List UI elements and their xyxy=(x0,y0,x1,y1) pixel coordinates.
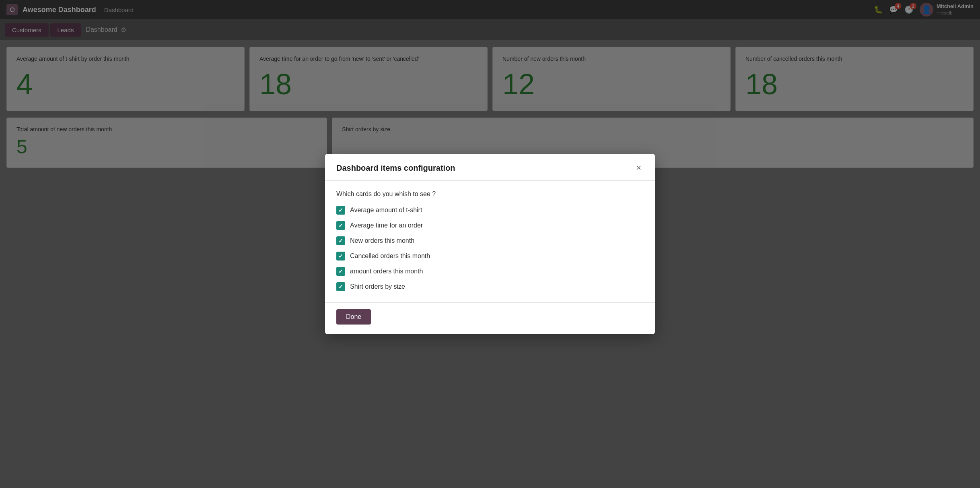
checkbox-avg-tshirt-label: Average amount of t-shirt xyxy=(350,207,422,214)
checkbox-amount-orders-box: ✓ xyxy=(336,267,345,276)
checkbox-shirt-orders-label: Shirt orders by size xyxy=(350,283,405,290)
checkbox-shirt-orders[interactable]: ✓ Shirt orders by size xyxy=(336,282,644,291)
checkmark-icon: ✓ xyxy=(338,268,343,275)
modal-question: Which cards do you whish to see ? xyxy=(336,190,644,198)
checkbox-amount-orders-label: amount orders this month xyxy=(350,268,423,275)
checkbox-amount-orders[interactable]: ✓ amount orders this month xyxy=(336,267,644,276)
checkmark-icon: ✓ xyxy=(338,207,343,213)
modal-body: Which cards do you whish to see ? ✓ Aver… xyxy=(325,181,655,302)
close-button[interactable]: × xyxy=(634,162,644,174)
modal-title: Dashboard items configuration xyxy=(336,163,455,173)
checkmark-icon: ✓ xyxy=(338,283,343,290)
checkbox-avg-tshirt[interactable]: ✓ Average amount of t-shirt xyxy=(336,206,644,215)
checkbox-avg-tshirt-box: ✓ xyxy=(336,206,345,215)
checkbox-avg-time-box: ✓ xyxy=(336,221,345,230)
checkmark-icon: ✓ xyxy=(338,222,343,229)
checkbox-cancelled-orders[interactable]: ✓ Cancelled orders this month xyxy=(336,252,644,261)
checkbox-cancelled-orders-label: Cancelled orders this month xyxy=(350,252,430,260)
checkbox-list: ✓ Average amount of t-shirt ✓ Average ti… xyxy=(336,206,644,291)
checkbox-avg-time-label: Average time for an order xyxy=(350,222,423,229)
checkmark-icon: ✓ xyxy=(338,253,343,259)
modal-overlay[interactable]: Dashboard items configuration × Which ca… xyxy=(0,0,980,488)
checkbox-new-orders-box: ✓ xyxy=(336,236,345,245)
checkbox-cancelled-orders-box: ✓ xyxy=(336,252,345,261)
done-button[interactable]: Done xyxy=(336,309,371,325)
checkbox-shirt-orders-box: ✓ xyxy=(336,282,345,291)
checkbox-new-orders-label: New orders this month xyxy=(350,237,414,244)
modal-footer: Done xyxy=(325,302,655,334)
modal-dialog: Dashboard items configuration × Which ca… xyxy=(325,154,655,334)
modal-header: Dashboard items configuration × xyxy=(325,154,655,181)
checkbox-new-orders[interactable]: ✓ New orders this month xyxy=(336,236,644,245)
checkmark-icon: ✓ xyxy=(338,238,343,244)
checkbox-avg-time[interactable]: ✓ Average time for an order xyxy=(336,221,644,230)
